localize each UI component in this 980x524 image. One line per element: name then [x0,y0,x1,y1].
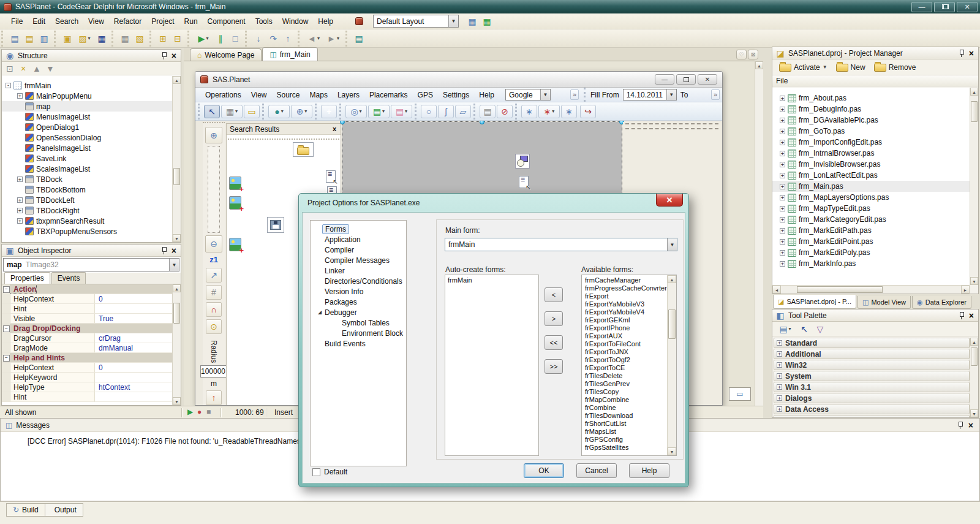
path-icon[interactable]: ʃ [438,105,454,118]
available-form-item[interactable]: frTilesDelete [582,372,667,380]
palette-category[interactable]: Data Controls [774,415,970,417]
category-expander-icon[interactable] [777,340,782,346]
chevron-down-icon[interactable]: ▼ [540,89,550,100]
available-form-item[interactable]: frExportToCE [582,364,667,372]
options-tree-item[interactable]: Packages [311,297,406,307]
map-type-combo[interactable]: Google ▼ [505,89,551,101]
inspector-tab[interactable]: Events [51,272,86,284]
available-form-item[interactable]: frCombine [582,404,667,412]
move-to-auto-create-button[interactable]: < [545,287,563,302]
chevron-down-icon[interactable]: ▼ [667,238,677,251]
toolbar-overflow-icon[interactable]: » [711,89,720,100]
available-form-item[interactable]: frExportGEKml [582,316,667,324]
imagelist-component[interactable] [229,177,241,190]
download-timer-component[interactable] [515,154,530,169]
menu-item[interactable]: View [83,15,109,28]
numbered-route-icon[interactable]: # [206,285,222,300]
tree-expander-icon[interactable] [780,206,785,211]
box-select-icon[interactable]: ▦ [221,105,243,118]
tree-expander-icon[interactable] [780,140,785,145]
form-menu-item[interactable]: Placemarks [364,89,413,101]
property-row[interactable]: Drag Drop/Docking [2,324,172,333]
available-form-item[interactable]: frTilesDownload [582,412,667,420]
structure-tree-item[interactable]: TBDockBottom [2,184,172,195]
step-over-icon[interactable]: ↷ [266,32,281,45]
project-file-item[interactable]: frm_DebugInfo.pas [772,104,970,115]
maps-layer-icon[interactable]: ▤ [368,105,390,118]
property-row[interactable]: HelpContext 0 [2,363,172,373]
options-tree-item[interactable]: Forms [311,224,406,234]
palette-category[interactable]: Data Access [774,404,970,414]
globe-icon[interactable]: ● [268,105,290,118]
cancel-button[interactable]: Cancel [576,463,617,478]
close-icon[interactable]: x [331,126,337,132]
dialog-titlebar[interactable]: Project Options for SASPlanet.exe [299,194,688,212]
popup-menu-component[interactable] [519,176,529,188]
close-icon[interactable]: × [968,311,975,320]
chevron-down-icon[interactable]: ▼ [169,259,179,271]
open-project-icon[interactable]: ▧ [132,32,147,45]
form-close-button[interactable]: ✕ [698,74,717,85]
options-tree-item[interactable]: Compiler Messages [311,255,406,265]
options-tree-item[interactable]: Symbol Tables [311,317,406,328]
goto-point-icon[interactable]: ↗ [206,268,222,283]
open-file-icon[interactable]: ▨ [75,32,94,45]
dock-tab[interactable]: ◪ SASPlanet.dproj - P... [773,295,856,309]
form-menu-item[interactable]: Maps [305,89,333,101]
property-value[interactable]: dmManual [95,343,172,352]
tree-expander-icon[interactable] [780,107,785,112]
structure-tree-item[interactable]: MenusImageList [2,112,172,122]
fullscreen-icon[interactable]: + [321,105,337,118]
structure-tree-item[interactable]: ScalesImageList [2,164,172,174]
property-row[interactable]: HelpContext 0 [2,294,172,304]
pin-icon[interactable] [161,246,167,254]
tree-expander-icon[interactable] [780,162,785,167]
project-file-item[interactable]: frm_MarkEditPath.pas [772,225,970,236]
property-value[interactable]: 0 [95,363,172,372]
tree-expander-icon[interactable] [17,208,23,213]
selection-handle[interactable] [340,121,345,124]
tree-expander-icon[interactable] [17,177,23,182]
form-menu-item[interactable]: Settings [438,89,474,101]
sync-edit-button[interactable]: ♡ [736,50,747,59]
project-tree-scrollbar[interactable]: ▲▼ [970,88,978,285]
menu-item[interactable]: Component [203,15,251,28]
palette-category[interactable]: Dialogs [774,393,970,403]
form-menu-item[interactable]: Source [272,89,305,101]
new-button[interactable]: New [833,61,869,73]
back-icon[interactable]: ◄ [304,32,323,45]
popup-menu-component[interactable] [326,170,336,183]
placemark-list-icon[interactable]: ▤ [480,105,496,118]
dialog-close-button[interactable]: ✕ [656,194,683,207]
editor-tab[interactable]: ◫ frm_Main [262,47,317,61]
main-form-combo[interactable]: frmMain ▼ [445,238,677,251]
pin-icon[interactable] [161,51,167,59]
project-file-item[interactable]: frm_LonLatRectEdit.pas [772,170,970,181]
project-file-item[interactable]: frm_GoTo.pas [772,126,970,137]
gps-connect-icon[interactable]: ∗ [521,105,537,118]
messages-view-tab[interactable]: ↻ Build [6,503,45,517]
property-row[interactable]: Visible True [2,314,172,324]
category-expander-icon[interactable] [777,362,782,368]
available-form-item[interactable]: frTilesGenPrev [582,380,667,388]
move-all-to-auto-create-button[interactable]: << [545,335,563,350]
menu-item[interactable]: Run [179,15,203,28]
tree-expander-icon[interactable] [780,184,785,189]
pin-icon[interactable] [959,311,965,319]
options-tree-item[interactable]: Compiler [311,245,406,255]
gps-follow-icon[interactable]: ∗ [561,105,577,118]
property-row[interactable]: Hint [2,304,172,314]
tree-expander-icon[interactable] [17,93,23,99]
sensors-icon[interactable]: ↑ [206,390,222,405]
tree-expander-icon[interactable] [780,239,785,245]
form-minimize-button[interactable]: — [655,74,674,85]
help-button[interactable]: Help [629,463,669,478]
property-value[interactable]: crDrag [95,333,172,343]
save-all-icon[interactable]: ▦ [118,32,132,45]
forbid-icon[interactable]: ⊘ [497,105,513,118]
selection-handle[interactable] [480,121,484,124]
available-form-item[interactable]: frTilesCopy [582,388,667,396]
property-value[interactable]: htContext [95,382,172,392]
options-tree-item[interactable]: Linker [311,265,406,276]
available-form-item[interactable]: frExportToJNX [582,348,667,356]
